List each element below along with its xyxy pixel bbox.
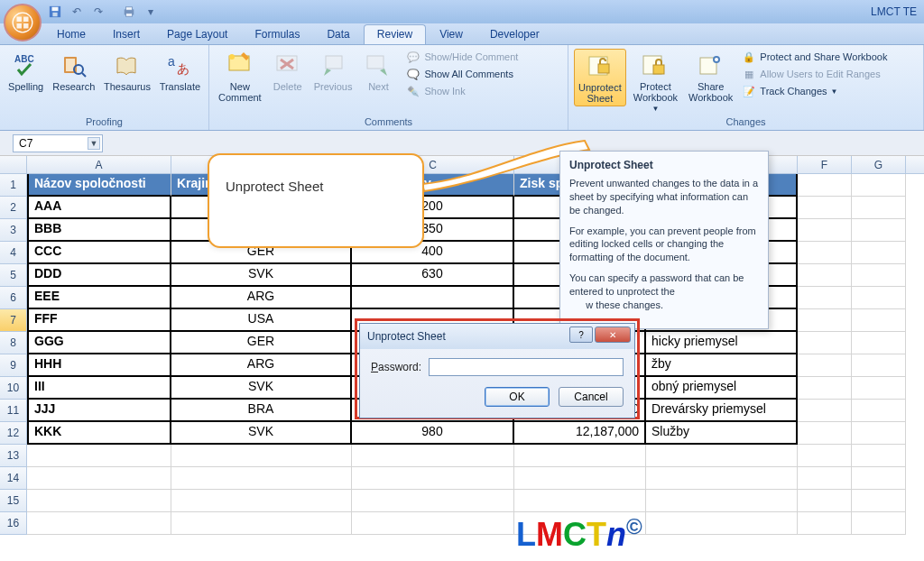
cancel-button[interactable]: Cancel xyxy=(559,387,624,407)
new-comment-button[interactable]: New Comment xyxy=(215,49,265,105)
qat-dropdown-icon[interactable]: ▾ xyxy=(143,4,159,20)
group-title-changes: Changes xyxy=(568,115,923,130)
open-book-icon xyxy=(113,51,142,79)
ribbon: ABCSpelling Research Thesaurus aあTransla… xyxy=(0,45,924,131)
col-header-G[interactable]: G xyxy=(852,156,906,173)
track-changes-button[interactable]: 📝Track Changes ▼ xyxy=(740,83,889,99)
new-comment-icon xyxy=(226,51,254,79)
tab-page-layout[interactable]: Page Layout xyxy=(153,24,241,44)
callout-bubble: Unprotect Sheet xyxy=(208,153,424,248)
lock-share-icon: 🔒 xyxy=(742,50,756,64)
formula-bar-row: C7 ▼ xyxy=(0,131,924,156)
title-bar: ↶ ↷ ▾ LMCT TE xyxy=(0,0,924,23)
grid-lock-icon: ▦ xyxy=(742,67,756,81)
row-header-3[interactable]: 3 xyxy=(0,219,27,242)
tab-insert[interactable]: Insert xyxy=(99,24,153,44)
comments-sm-icon: 🗨️ xyxy=(406,67,420,81)
svg-rect-24 xyxy=(653,65,664,74)
share-workbook-icon xyxy=(697,51,725,79)
tab-developer[interactable]: Developer xyxy=(476,24,553,44)
print-icon[interactable] xyxy=(121,4,137,20)
translate-button[interactable]: aあTranslate xyxy=(157,49,203,94)
tab-review[interactable]: Review xyxy=(364,24,426,44)
svg-rect-3 xyxy=(52,13,57,16)
tooltip-title: Unprotect Sheet xyxy=(569,159,759,171)
group-title-proofing: Proofing xyxy=(0,115,208,130)
dialog-titlebar[interactable]: Unprotect Sheet ? ✕ xyxy=(360,324,634,349)
tab-home[interactable]: Home xyxy=(43,24,99,44)
select-all-corner[interactable] xyxy=(0,156,27,173)
row-header-13[interactable]: 13 xyxy=(0,445,27,467)
svg-text:a: a xyxy=(168,54,175,69)
svg-line-11 xyxy=(82,73,86,77)
svg-rect-5 xyxy=(126,7,133,11)
row-header-7[interactable]: 7 xyxy=(0,309,27,332)
spelling-button[interactable]: ABCSpelling xyxy=(5,49,46,94)
share-workbook-button[interactable]: Share Workbook xyxy=(685,49,736,105)
name-box-dropdown-icon[interactable]: ▼ xyxy=(88,137,100,150)
row-header-16[interactable]: 16 xyxy=(0,512,27,535)
unprotect-sheet-button[interactable]: Unprotect Sheet xyxy=(574,49,626,106)
research-button[interactable]: Research xyxy=(50,49,97,94)
next-icon xyxy=(364,51,393,79)
ribbon-group-comments: New Comment Delete Previous Next 💬Show/H… xyxy=(209,45,568,130)
svg-point-15 xyxy=(229,54,235,60)
ink-sm-icon: ✒️ xyxy=(406,84,420,98)
col-header-F[interactable]: F xyxy=(798,156,852,173)
unprotect-sheet-icon xyxy=(586,51,614,80)
name-box[interactable]: C7 ▼ xyxy=(13,134,103,152)
dialog-close-button[interactable]: ✕ xyxy=(595,326,631,343)
row-headers: 12345678910111213141516 xyxy=(0,174,27,535)
tab-data[interactable]: Data xyxy=(313,24,363,44)
password-label: Password: xyxy=(371,361,421,373)
row-header-5[interactable]: 5 xyxy=(0,264,27,287)
row-header-10[interactable]: 10 xyxy=(0,377,27,400)
row-header-8[interactable]: 8 xyxy=(0,332,27,354)
show-all-comments-button[interactable]: 🗨️Show All Comments xyxy=(404,66,520,82)
ribbon-group-changes: Unprotect Sheet Protect Workbook▼ Share … xyxy=(568,45,924,130)
tab-view[interactable]: View xyxy=(426,24,476,44)
unprotect-sheet-dialog: Unprotect Sheet ? ✕ Password: OK Cancel xyxy=(359,323,635,418)
undo-icon[interactable]: ↶ xyxy=(69,4,85,20)
row-header-6[interactable]: 6 xyxy=(0,287,27,309)
track-changes-icon: 📝 xyxy=(742,84,756,98)
svg-point-27 xyxy=(715,58,718,61)
row-header-9[interactable]: 9 xyxy=(0,354,27,377)
row-header-14[interactable]: 14 xyxy=(0,467,27,490)
thesaurus-button[interactable]: Thesaurus xyxy=(101,49,153,94)
previous-icon xyxy=(319,51,347,79)
ok-button[interactable]: OK xyxy=(485,387,550,407)
group-title-comments: Comments xyxy=(209,115,568,130)
row-header-4[interactable]: 4 xyxy=(0,242,27,264)
row-header-1[interactable]: 1 xyxy=(0,174,27,197)
svg-text:ABC: ABC xyxy=(14,54,34,64)
column-headers: ABCDEFG xyxy=(0,156,924,174)
svg-rect-6 xyxy=(126,14,133,17)
delete-comment-button: Delete xyxy=(269,49,307,94)
dialog-help-button[interactable]: ? xyxy=(569,326,593,343)
row-header-11[interactable]: 11 xyxy=(0,400,27,422)
row-header-2[interactable]: 2 xyxy=(0,197,27,219)
svg-rect-22 xyxy=(598,64,609,73)
show-ink-button: ✒️Show Ink xyxy=(404,83,520,99)
protect-workbook-button[interactable]: Protect Workbook▼ xyxy=(630,49,681,115)
password-input[interactable] xyxy=(429,358,624,376)
abc-check-icon: ABC xyxy=(12,51,41,79)
redo-icon[interactable]: ↷ xyxy=(90,4,106,20)
comment-sm-icon: 💬 xyxy=(406,50,420,64)
ribbon-group-proofing: ABCSpelling Research Thesaurus aあTransla… xyxy=(0,45,209,130)
office-button[interactable] xyxy=(4,4,42,41)
col-header-A[interactable]: A xyxy=(27,156,171,173)
previous-comment-button: Previous xyxy=(310,49,356,94)
allow-edit-ranges-button: ▦Allow Users to Edit Ranges xyxy=(740,66,889,82)
quick-access-toolbar: ↶ ↷ ▾ xyxy=(47,4,159,20)
show-hide-comment-button: 💬Show/Hide Comment xyxy=(404,49,520,65)
tab-formulas[interactable]: Formulas xyxy=(241,24,313,44)
row-header-15[interactable]: 15 xyxy=(0,490,27,512)
callout-text: Unprotect Sheet xyxy=(226,179,323,194)
protect-share-workbook-button[interactable]: 🔒Protect and Share Workbook xyxy=(740,49,889,65)
row-header-12[interactable]: 12 xyxy=(0,422,27,445)
dialog-title-text: Unprotect Sheet xyxy=(367,330,446,343)
app-title: LMCT TE xyxy=(871,5,917,18)
save-icon[interactable] xyxy=(47,4,63,20)
